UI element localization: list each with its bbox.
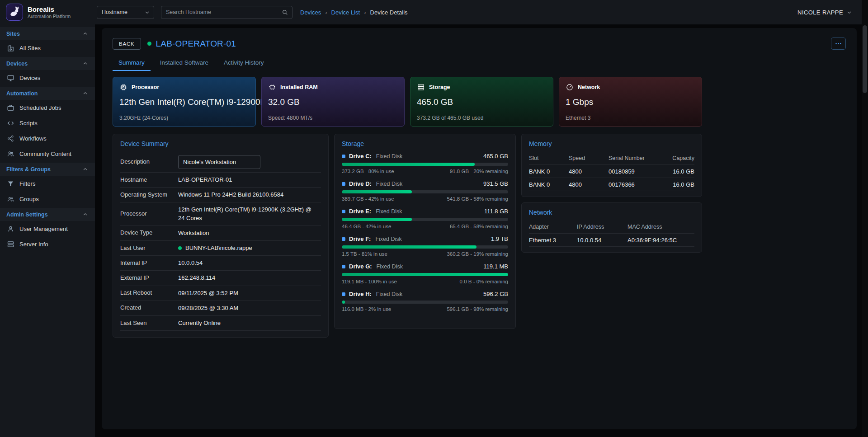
- sidebar-section-label: Devices: [6, 61, 28, 67]
- sidebar-section-admin-settings[interactable]: Admin Settings: [0, 208, 95, 221]
- sidebar-item-server-info[interactable]: Server Info: [0, 236, 95, 252]
- chevron-up-icon: [82, 166, 89, 173]
- search-input[interactable]: [166, 9, 281, 15]
- stat-card-network: Network 1 Gbps Ethernet 3: [559, 77, 702, 127]
- description-input[interactable]: [178, 155, 260, 169]
- disk-icon: [342, 292, 345, 296]
- drive-free-text: 596.1 GB - 98% remaining: [447, 306, 508, 312]
- sidebar: Sites All Sites Devices: [0, 24, 95, 437]
- right-column: Memory Slot Speed Serial Number Capacity…: [521, 134, 702, 253]
- scrollbar-thumb[interactable]: [863, 25, 867, 93]
- back-button[interactable]: BACK: [113, 38, 141, 50]
- sidebar-item-label: Workflows: [19, 135, 47, 142]
- network-table-header: Adapter IP Address MAC Address: [529, 221, 694, 234]
- tab-summary[interactable]: Summary: [113, 56, 151, 71]
- cell-capacity: 16.0 GB: [660, 168, 694, 175]
- summary-label: Last User: [120, 244, 178, 252]
- cell-speed: 4800: [569, 181, 609, 188]
- drive-type: Fixed Disk: [376, 291, 402, 297]
- cpu-icon: [119, 83, 127, 91]
- tab-activity-history[interactable]: Activity History: [218, 56, 270, 71]
- sidebar-section-label: Admin Settings: [6, 211, 48, 218]
- drive-free-text: 91.8 GB - 20% remaining: [450, 169, 508, 174]
- device-title: LAB-OPERATOR-01: [147, 39, 236, 49]
- more-options-button[interactable]: [831, 38, 846, 50]
- stat-card-detail: Ethernet 3: [566, 115, 590, 121]
- hostname-filter-select[interactable]: Hostname: [97, 6, 154, 19]
- storage-panel: Storage Drive C: Fixed Disk 465.0 GB: [334, 134, 516, 329]
- sidebar-item-user-management[interactable]: User Management: [0, 221, 95, 236]
- rabbit-logo-icon: [6, 4, 23, 21]
- stat-card-label: Network: [578, 84, 600, 90]
- cell-serial: 00176366: [609, 181, 660, 188]
- sidebar-section-label: Sites: [6, 31, 20, 37]
- sidebar-item-workflows[interactable]: Workflows: [0, 131, 95, 146]
- sidebar-item-all-sites[interactable]: All Sites: [0, 40, 95, 56]
- scrollbar[interactable]: [862, 0, 868, 437]
- stat-card-detail: 373.2 GB of 465.0 GB used: [417, 115, 483, 121]
- brand[interactable]: Borealis Automation Platform: [0, 4, 95, 21]
- sidebar-item-filters[interactable]: Filters: [0, 176, 95, 191]
- stat-card-value: 12th Gen Intel(R) Core(TM) i9-12900K: [119, 97, 249, 107]
- drive-type: Fixed Disk: [377, 263, 403, 270]
- online-status-dot: [178, 246, 182, 250]
- disk-icon: [342, 155, 345, 158]
- sidebar-section-sites[interactable]: Sites: [0, 27, 95, 40]
- drive-size: 119.1 MB: [483, 263, 508, 270]
- summary-label: Created: [120, 304, 178, 312]
- search-box: [161, 6, 292, 19]
- summary-value: Windows 11 Pro 24H2 Build 26100.6584: [178, 191, 321, 199]
- sidebar-item-scheduled-jobs[interactable]: Scheduled Jobs: [0, 100, 95, 115]
- tab-installed-software[interactable]: Installed Software: [154, 56, 214, 71]
- stat-card-detail: Speed: 4800 MT/s: [268, 115, 312, 121]
- sidebar-item-devices[interactable]: Devices: [0, 70, 95, 85]
- summary-label: Operating System: [120, 191, 178, 199]
- brand-subtitle: Automation Platform: [28, 14, 71, 19]
- drive-name: Drive C:: [349, 153, 372, 160]
- drive-size: 1.9 TB: [491, 235, 508, 242]
- memory-panel-title: Memory: [522, 134, 702, 152]
- device-summary-title: Device Summary: [113, 134, 328, 152]
- stat-card-detail: 3.20GHz (24-Cores): [119, 115, 168, 121]
- cell-capacity: 16.0 GB: [660, 181, 694, 188]
- sidebar-item-groups[interactable]: Groups: [0, 191, 95, 207]
- summary-label: Hostname: [120, 176, 178, 184]
- sidebar-item-community-content[interactable]: Community Content: [0, 146, 95, 161]
- stat-card-label: Processor: [132, 84, 159, 90]
- cell-speed: 4800: [569, 168, 609, 175]
- sidebar-section-automation[interactable]: Automation: [0, 87, 95, 100]
- drive-row-f: Drive F: Fixed Disk 1.9 TB 1.5 TB - 81% …: [342, 235, 508, 257]
- device-summary-panel: Device Summary Description Hostname LAB-…: [113, 134, 329, 338]
- col-header: Slot: [529, 155, 569, 161]
- drive-used-text: 46.4 GB - 42% in use: [342, 224, 391, 229]
- drive-usage-fill: [342, 218, 412, 221]
- sidebar-item-label: Devices: [19, 75, 40, 81]
- chevron-down-icon: [144, 9, 151, 16]
- user-menu[interactable]: NICOLE RAPPE: [797, 9, 868, 16]
- sidebar-item-scripts[interactable]: Scripts: [0, 115, 95, 131]
- summary-value: 09/11/2025 @ 3:52 PM: [178, 289, 321, 297]
- chevron-up-icon: [82, 30, 89, 37]
- chevron-down-icon: [846, 9, 853, 16]
- device-summary-table: Description Hostname LAB-OPERATOR-01 Op: [113, 152, 328, 337]
- drive-usage-bar: [342, 301, 508, 304]
- sidebar-item-label: Community Content: [19, 150, 71, 157]
- brand-title: Borealis: [28, 5, 71, 13]
- breadcrumb-devices[interactable]: Devices: [300, 9, 321, 16]
- sidebar-section-filters-groups[interactable]: Filters & Groups: [0, 163, 95, 176]
- server-icon: [7, 240, 14, 248]
- drive-size: 111.8 GB: [484, 208, 508, 215]
- storage-icon: [417, 83, 425, 91]
- cell-ip: 10.0.0.54: [577, 237, 627, 244]
- drive-name: Drive D:: [349, 180, 372, 187]
- summary-label: Description: [120, 158, 178, 166]
- search-icon[interactable]: [281, 9, 288, 16]
- breadcrumb-device-list[interactable]: Device List: [331, 9, 360, 16]
- sidebar-section-devices[interactable]: Devices: [0, 57, 95, 70]
- disk-icon: [342, 182, 345, 186]
- drive-usage-bar: [342, 190, 508, 193]
- drive-size: 596.2 GB: [483, 291, 508, 297]
- drive-size: 465.0 GB: [483, 153, 508, 160]
- user-icon: [7, 225, 14, 233]
- gauge-icon: [566, 83, 574, 91]
